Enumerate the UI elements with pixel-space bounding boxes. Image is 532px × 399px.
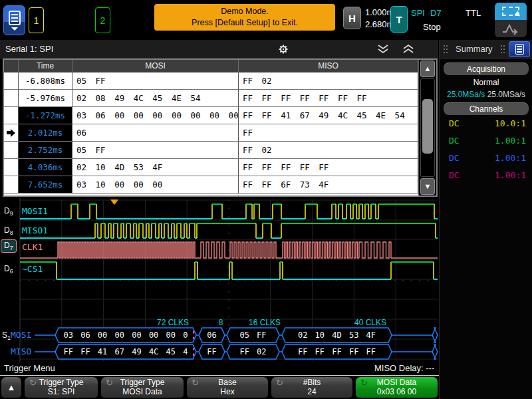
softkey-mosi-data[interactable]: ↻MOSI Data0x03 06 00 — [356, 377, 438, 398]
svg-text:40 CLKS: 40 CLKS — [354, 318, 386, 327]
run-state: Stop — [423, 22, 441, 32]
main-menu-button[interactable] — [3, 5, 25, 35]
row-time: 4.036ms — [19, 159, 72, 176]
demo-banner-line2: Press [Default Setup] to Exit. — [154, 17, 335, 29]
row-time: 2.012ms — [19, 124, 72, 142]
channel-summary-row: DC1.00:1 — [449, 170, 526, 184]
drag-grip-icon[interactable] — [501, 45, 505, 54]
pan-zigzag-icon — [501, 21, 521, 36]
table-header-pointer-col — [4, 60, 19, 72]
svg-text:8: 8 — [219, 318, 223, 327]
rotary-knob-icon: ↻ — [106, 378, 113, 388]
svg-text:16 CLKS: 16 CLKS — [249, 318, 281, 327]
acquisition-section-button[interactable]: Acquisition — [444, 63, 529, 75]
scroll-down-button[interactable]: ▼ — [420, 178, 435, 195]
row-time: -5.976ms — [19, 90, 72, 107]
horizontal-label: H — [348, 13, 356, 24]
zoom-rectangle-icon — [502, 7, 519, 16]
summary-header: Summary — [440, 40, 532, 59]
softkey-base[interactable]: ↻BaseHex — [187, 377, 268, 398]
table-scrollbar: ▲ ▼ — [418, 60, 436, 196]
table-header-miso: MISO — [239, 60, 418, 72]
table-row[interactable]: 7.652ms 03 10 00 00 00 FF FF 6F 73 4F — [4, 176, 418, 194]
channel-summary-row: DC1.00:1 — [449, 136, 526, 149]
row-miso: FF 02 — [239, 72, 418, 90]
softkey-trigger-type[interactable]: ↻Trigger TypeMOSI Data — [101, 377, 184, 398]
digital-channel-8-label[interactable]: D8 — [4, 225, 13, 236]
list-icon — [515, 44, 524, 55]
acquisition-mode: Normal — [440, 78, 532, 87]
row-mosi: 03 10 00 00 00 — [72, 176, 239, 194]
serial-panel-title: Serial 1: SPI — [5, 40, 53, 59]
row-time: 7.652ms — [19, 176, 72, 194]
softkey-back-button[interactable]: ▲ — [1, 377, 21, 398]
rotary-knob-icon: ↻ — [276, 378, 283, 388]
row-pointer-cell — [4, 159, 19, 176]
channel-2-label: 2 — [100, 15, 106, 26]
trigger-button[interactable]: T — [390, 6, 408, 33]
svg-text:02 10 4D 53 4F: 02 10 4D 53 4F — [298, 331, 376, 340]
chevron-down-icon — [11, 27, 18, 31]
signal-name-mosi1: MOSI1 — [22, 206, 48, 216]
svg-text:72 CLKS: 72 CLKS — [157, 318, 189, 327]
waveform-display[interactable]: 72 CLKS816 CLKS40 CLKSMOSI03 06 00 00 00… — [0, 198, 439, 362]
softkey-trigger-type[interactable]: ↻Trigger TypeS1: SPI — [25, 377, 98, 398]
row-mosi: 03 06 00 00 00 00 00 00 00 — [72, 107, 239, 124]
analog-sample-rate: 25.0MSa/s — [487, 90, 525, 99]
table-row[interactable]: 2.012ms 06 FF — [4, 124, 418, 142]
digital-channel-9-label[interactable]: D9 — [4, 206, 13, 217]
sample-rates: 25.0MSa/s 25.0MSa/s — [440, 90, 532, 99]
oscilloscope-screen: 1 2 Demo Mode. Press [Default Setup] to … — [0, 0, 532, 399]
demo-mode-banner: Demo Mode. Press [Default Setup] to Exit… — [154, 4, 335, 31]
table-row[interactable]: -1.272ms 03 06 00 00 00 00 00 00 00 FF F… — [4, 107, 418, 124]
digital-sample-rate: 25.0MSa/s — [447, 90, 485, 99]
menu-icon — [9, 11, 21, 25]
serial-panel-header: Serial 1: SPI — [0, 40, 438, 59]
pan-waveform-button[interactable] — [495, 20, 527, 37]
svg-text:03 06 00 00 00 00 00 0: 03 06 00 00 00 00 00 0 — [64, 331, 188, 340]
svg-text:MISO: MISO — [11, 346, 31, 356]
rotary-knob-icon: ↻ — [192, 378, 199, 388]
svg-text:FF 02: FF 02 — [239, 347, 266, 356]
table-body: -6.808ms 05 FF FF 02 -5.976ms 02 08 49 4… — [4, 72, 418, 196]
row-pointer-cell — [4, 72, 19, 90]
channel-1-button[interactable]: 1 — [29, 7, 44, 33]
row-mosi: 02 10 4D 53 4F — [72, 159, 239, 176]
rotary-knob-icon: ↻ — [29, 378, 37, 388]
signal-name-clk1: CLK1 — [22, 242, 43, 252]
digital-channel-6-label[interactable]: D6 — [4, 264, 13, 275]
row-pointer-cell — [4, 124, 19, 142]
collapse-panel-icon[interactable] — [376, 44, 390, 57]
row-miso: FF FF FF FF FF — [239, 159, 418, 176]
digital-channel-7-label[interactable]: D7 — [1, 239, 17, 253]
channel-1-label: 1 — [34, 15, 39, 26]
table-row[interactable]: -5.976ms 02 08 49 4C 45 4E 54 FF FF FF F… — [4, 90, 418, 107]
svg-text:MOSI: MOSI — [11, 330, 31, 340]
serial-bus-label[interactable]: S1 — [2, 331, 11, 341]
scrollbar-track[interactable] — [420, 78, 435, 177]
row-mosi: 05 FF — [72, 72, 239, 90]
table-row[interactable]: 4.036ms 02 10 4D 53 4F FF FF FF FF FF — [4, 159, 418, 176]
row-mosi: 06 — [72, 124, 239, 142]
table-header-row: Time MOSI MISO — [4, 60, 418, 72]
scroll-up-button[interactable]: ▲ — [420, 61, 435, 77]
row-mosi: 02 08 49 4C 45 4E 54 — [72, 90, 239, 107]
drag-grip-icon[interactable] — [444, 45, 448, 54]
expand-panel-icon[interactable] — [402, 44, 415, 57]
row-miso: FF FF 6F 73 4F — [239, 176, 418, 194]
settings-gear-icon[interactable] — [278, 44, 289, 57]
table-row[interactable]: -6.808ms 05 FF FF 02 — [4, 72, 418, 90]
channel-2-button[interactable]: 2 — [95, 7, 110, 33]
rotary-knob-icon: ↻ — [360, 378, 368, 388]
summary-menu-button[interactable] — [509, 41, 530, 57]
horizontal-button[interactable]: H — [343, 7, 361, 29]
table-row[interactable]: 2.752ms 05 FF FF 02 — [4, 142, 418, 159]
channels-section-button[interactable]: Channels — [444, 102, 529, 115]
softkey--bits[interactable]: ↻#Bits24 — [271, 377, 352, 398]
row-pointer-cell — [4, 107, 19, 124]
row-miso: FF — [239, 124, 418, 142]
zoom-select-button[interactable] — [495, 3, 527, 20]
row-time: -6.808ms — [19, 72, 72, 90]
scrollbar-thumb[interactable] — [422, 99, 433, 154]
row-miso: FF FF FF FF FF FF FF — [239, 90, 418, 107]
